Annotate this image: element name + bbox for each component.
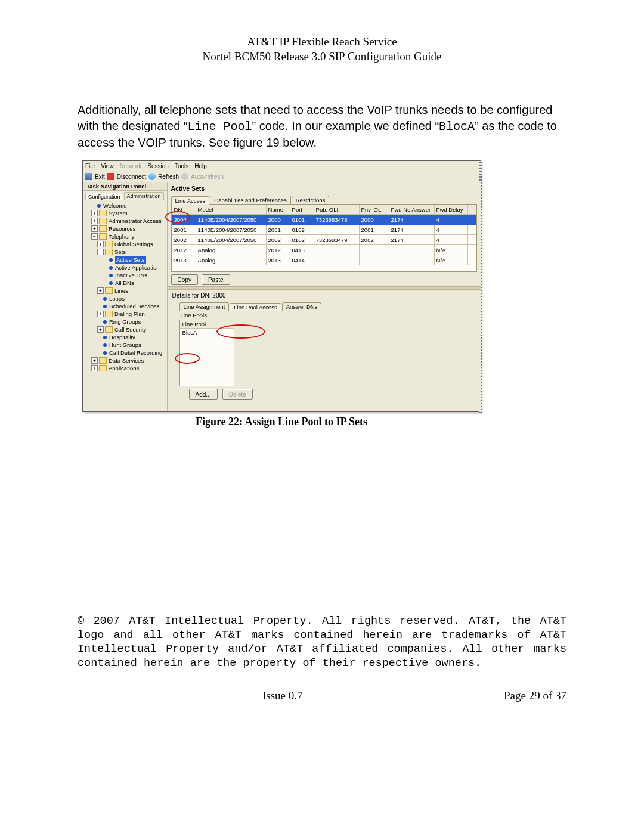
nav-active-application[interactable]: Active Application	[115, 264, 159, 271]
refresh-icon[interactable]	[148, 173, 156, 180]
active-sets-table[interactable]: DN Model Name Port Pub. OLI Priv. OLI Fw…	[171, 204, 477, 272]
expand-icon[interactable]: +	[91, 365, 98, 371]
exit-icon[interactable]	[85, 173, 92, 180]
cell-fwdna[interactable]	[389, 245, 434, 255]
expand-icon[interactable]: +	[97, 311, 104, 317]
cell-model[interactable]: 1140E/2004/2007/2050	[196, 225, 266, 235]
cell-fwddelay[interactable]: N/A	[434, 255, 467, 265]
cell-name[interactable]: 2012	[266, 245, 290, 255]
cell-privoli[interactable]	[359, 255, 389, 265]
cell-dn[interactable]: 2002	[172, 235, 196, 245]
collapse-icon[interactable]: −	[91, 233, 98, 240]
cell-fwdna[interactable]	[389, 255, 434, 265]
line-pool-value[interactable]: BlocA	[180, 329, 234, 336]
cell-fwddelay[interactable]: 4	[434, 225, 467, 235]
nav-admin-access[interactable]: Administrator Access	[109, 218, 162, 225]
table-row[interactable]: 20021140E/2004/2007/20502002010273236834…	[172, 235, 476, 245]
cell-dn[interactable]: 2012	[172, 245, 196, 255]
nav-dialing-plan[interactable]: Dialing Plan	[114, 311, 145, 318]
col-fwdna[interactable]: Fwd No Answer	[389, 205, 434, 215]
cell-model[interactable]: Analog	[196, 255, 266, 265]
nav-lines[interactable]: Lines	[114, 287, 128, 295]
nav-sets[interactable]: Sets	[114, 249, 126, 256]
nav-ring-groups[interactable]: Ring Groups	[109, 318, 141, 326]
exit-button[interactable]: Exit	[95, 174, 105, 180]
line-pool-list[interactable]: Line Pool BlocA	[179, 320, 234, 386]
nav-cdr[interactable]: Call Detail Recording	[109, 349, 162, 357]
tab-line-pool-access[interactable]: Line Pool Access	[230, 303, 281, 311]
cell-port[interactable]: 0413	[290, 245, 314, 255]
cell-dn[interactable]: 2013	[172, 255, 196, 265]
col-fwddelay[interactable]: Fwd Delay	[434, 205, 467, 215]
expand-icon[interactable]: +	[97, 287, 104, 294]
tab-answer-dns[interactable]: Answer DNs	[282, 302, 322, 311]
nav-global-settings[interactable]: Global Settings	[114, 241, 153, 248]
add-button[interactable]: Add...	[189, 389, 218, 400]
nav-system[interactable]: System	[109, 210, 128, 217]
nav-active-sets[interactable]: Active Sets	[115, 256, 146, 264]
cell-puboli[interactable]	[314, 245, 359, 255]
col-port[interactable]: Port	[290, 205, 314, 215]
tab-line-access[interactable]: Line Access	[171, 196, 210, 205]
cell-fwddelay[interactable]: N/A	[434, 245, 467, 255]
tab-restrictions[interactable]: Restrictions	[292, 196, 330, 204]
table-row[interactable]: 20001140E/2004/2007/20502000010173236834…	[172, 215, 476, 225]
cell-fwddelay[interactable]: 4	[434, 235, 467, 245]
collapse-icon[interactable]: −	[97, 249, 104, 255]
menu-session[interactable]: Session	[147, 163, 169, 169]
expand-icon[interactable]: +	[97, 241, 104, 247]
cell-puboli[interactable]: 7323683479	[314, 235, 359, 245]
paste-button[interactable]: Paste	[202, 274, 230, 285]
col-model[interactable]: Model	[196, 205, 266, 215]
table-row[interactable]: 20011140E/2004/2007/20502001010920012174…	[172, 225, 476, 235]
menu-file[interactable]: File	[85, 163, 95, 169]
copy-button[interactable]: Copy	[171, 274, 198, 285]
cell-dn[interactable]: 2001	[172, 225, 196, 235]
nav-scheduled[interactable]: Scheduled Services	[109, 303, 159, 310]
cell-model[interactable]: 1140E/2004/2007/2050	[196, 235, 266, 245]
cell-model[interactable]: Analog	[196, 245, 266, 255]
nav-loops[interactable]: Loops	[109, 295, 125, 302]
cell-fwddelay[interactable]: 4	[434, 215, 467, 225]
cell-port[interactable]: 0414	[290, 255, 314, 265]
splitter[interactable]	[168, 286, 481, 290]
cell-privoli[interactable]	[359, 245, 389, 255]
table-row[interactable]: 2012Analog20120413N/A	[172, 245, 476, 255]
nav-hospitality[interactable]: Hospitality	[109, 334, 135, 341]
cell-name[interactable]: 2002	[266, 235, 290, 245]
menu-tools[interactable]: Tools	[175, 163, 188, 169]
nav-resources[interactable]: Resources	[109, 225, 135, 233]
cell-port[interactable]: 0102	[290, 235, 314, 245]
nav-telephony[interactable]: Telephony	[109, 233, 134, 240]
expand-icon[interactable]: +	[91, 210, 98, 216]
menu-help[interactable]: Help	[194, 163, 207, 169]
nav-all-dns[interactable]: All DNs	[115, 280, 134, 287]
disconnect-icon[interactable]	[107, 173, 114, 180]
navigation-tree[interactable]: Welcome +System +Administrator Access +R…	[83, 200, 167, 373]
cell-model[interactable]: 1140E/2004/2007/2050	[196, 215, 266, 225]
nav-data-services[interactable]: Data Services	[109, 357, 144, 364]
menu-view[interactable]: View	[101, 163, 114, 169]
cell-port[interactable]: 0109	[290, 225, 314, 235]
expand-icon[interactable]: +	[97, 326, 104, 333]
col-name[interactable]: Name	[266, 205, 290, 215]
tab-capabilities[interactable]: Capabilities and Preferences	[210, 196, 290, 204]
expand-icon[interactable]: +	[91, 357, 98, 364]
expand-icon[interactable]: +	[91, 225, 98, 232]
col-privoli[interactable]: Priv. OLI	[359, 205, 389, 215]
cell-privoli[interactable]: 2002	[359, 235, 389, 245]
disconnect-button[interactable]: Disconnect	[117, 174, 146, 180]
cell-privoli[interactable]: 2000	[359, 215, 389, 225]
cell-fwdna[interactable]: 2174	[389, 215, 434, 225]
cell-puboli[interactable]: 7323683478	[314, 215, 359, 225]
cell-puboli[interactable]	[314, 255, 359, 265]
cell-puboli[interactable]	[314, 225, 359, 235]
nav-inactive-dns[interactable]: Inactive DNs	[115, 272, 147, 279]
nav-applications[interactable]: Applications	[109, 365, 139, 372]
line-pool-header[interactable]: Line Pool	[180, 320, 234, 329]
cell-name[interactable]: 2000	[266, 215, 290, 225]
nav-welcome[interactable]: Welcome	[103, 202, 126, 209]
refresh-button[interactable]: Refresh	[158, 174, 179, 180]
cell-dn[interactable]: 2000	[172, 215, 196, 225]
cell-name[interactable]: 2001	[266, 225, 290, 235]
